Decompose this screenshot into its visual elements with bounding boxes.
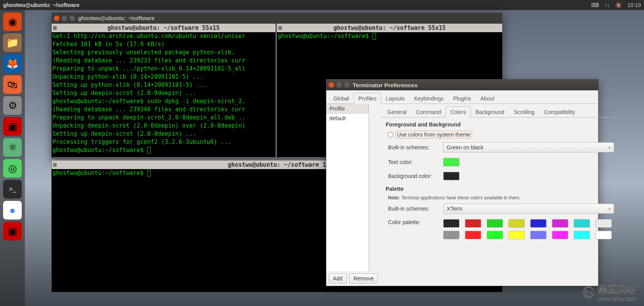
prefs-subtabbar: GeneralCommandColorsBackgroundScrollingC…: [380, 104, 620, 118]
launcher-settings[interactable]: ⚙: [3, 96, 22, 115]
palette-swatch-5[interactable]: [552, 219, 568, 228]
color-palette-label: Color palette:: [388, 219, 439, 225]
minimize-icon[interactable]: [62, 16, 67, 21]
subtab-compatibility[interactable]: Compatibility: [539, 106, 580, 118]
terminal-output: ghostwu@ubuntu:~/software$: [277, 32, 502, 40]
prefs-titlebar[interactable]: Terminator Preferences: [326, 80, 598, 90]
tab-profiles[interactable]: Profiles: [353, 93, 381, 104]
colors-form: Foreground and Background Use colors fro…: [380, 118, 620, 249]
builtin-scheme-select[interactable]: Green on black ▾: [443, 142, 614, 152]
palette-swatch-6[interactable]: [574, 219, 590, 228]
window-title: ghostwu@ubuntu: ~/software: [3, 2, 80, 8]
watermark: ☯ 黑区网络 www.heiqu.com: [582, 283, 636, 301]
subtab-scrolling[interactable]: Scrolling: [509, 106, 540, 118]
palette-swatch-11[interactable]: [508, 231, 525, 239]
preferences-dialog: Terminator Preferences GlobalProfilesLay…: [326, 79, 599, 286]
palette-note: Note: Terminal applications have these c…: [388, 195, 614, 201]
palette-swatch-10[interactable]: [487, 231, 503, 239]
pane-tab-top-left[interactable]: ⊞ ghostwu@ubuntu: ~/software 55x15: [52, 24, 275, 32]
launcher-terminator1[interactable]: ▣: [3, 117, 22, 136]
palette-swatch-9[interactable]: [465, 231, 481, 239]
palette-swatch-2[interactable]: [487, 219, 503, 228]
subtab-command[interactable]: Command: [411, 106, 446, 118]
builtin-label: Built-in schemes:: [388, 144, 439, 150]
split-icon: ⊞: [53, 161, 57, 168]
tab-global[interactable]: Global: [329, 93, 353, 104]
palette-heading: Palette: [386, 186, 614, 192]
subtab-colors[interactable]: Colors: [446, 106, 470, 118]
palette-swatch-3[interactable]: [508, 219, 525, 228]
pane-tab-top-right[interactable]: ⊞ ghostwu@ubuntu: ~/software 55x15: [277, 24, 502, 32]
bg-color-swatch[interactable]: [443, 172, 460, 180]
use-system-checkbox[interactable]: [388, 132, 393, 137]
subtab-background[interactable]: Background: [471, 106, 509, 118]
prefs-tabbar: GlobalProfilesLayoutsKeybindingsPluginsA…: [326, 90, 598, 104]
chevron-down-icon: ▾: [609, 207, 611, 211]
chevron-down-icon: ▾: [609, 145, 611, 150]
network-icon[interactable]: ↑↓: [604, 2, 610, 8]
launcher-terminator2[interactable]: ▣: [3, 222, 22, 240]
launcher-chrome[interactable]: ●: [3, 201, 22, 220]
terminal-pane-top-left[interactable]: ⊞ ghostwu@ubuntu: ~/software 55x15 Get:1…: [52, 24, 277, 159]
remove-button[interactable]: Remove: [349, 273, 378, 284]
subtab-general[interactable]: General: [383, 106, 411, 118]
use-system-label[interactable]: Use colors from system theme: [395, 131, 472, 138]
split-icon: ⊞: [278, 24, 282, 31]
profiles-header: Profile: [326, 104, 369, 114]
profile-buttons: Add Remove: [326, 271, 380, 286]
palette-swatch-4[interactable]: [530, 219, 547, 228]
launcher-software[interactable]: 🛍: [3, 75, 22, 94]
launcher-app-green[interactable]: ◎: [3, 159, 22, 178]
close-icon[interactable]: [54, 16, 59, 21]
text-color-label: Text color:: [388, 159, 439, 165]
profiles-list: Profile default: [326, 104, 369, 271]
launcher-dash[interactable]: ◉: [3, 12, 22, 31]
terminator-titlebar[interactable]: ghostwu@ubuntu: ~/software: [52, 13, 502, 24]
launcher-files[interactable]: 📁: [3, 33, 22, 52]
terminal-output: Get:1 http://cn.archive.ubuntu.com/ubunt…: [52, 32, 275, 154]
split-icon: ⊞: [53, 24, 57, 31]
text-color-swatch[interactable]: [443, 158, 460, 166]
minimize-icon[interactable]: [336, 82, 342, 88]
launcher: ◉📁🦊🛍⚙▣⚛◎>_●▣: [0, 10, 25, 306]
palette-swatch-14[interactable]: [574, 231, 590, 239]
tab-keybindings[interactable]: Keybindings: [409, 93, 448, 104]
tab-about[interactable]: About: [475, 93, 499, 104]
palette-swatch-7[interactable]: [595, 219, 612, 228]
palette-scheme-label: Built-in schemes:: [388, 206, 439, 212]
palette-swatch-13[interactable]: [552, 231, 568, 239]
tab-plugins[interactable]: Plugins: [448, 93, 475, 104]
clock[interactable]: 10:19: [627, 2, 641, 8]
fg-bg-heading: Foreground and Background: [386, 121, 614, 128]
desktop: ghostwu@ubuntu: ~/software ⊞ ghostwu@ubu…: [25, 10, 644, 306]
close-icon[interactable]: [329, 82, 334, 88]
profile-item-default[interactable]: default: [326, 114, 369, 123]
maximize-icon[interactable]: [344, 82, 350, 88]
menubar: ghostwu@ubuntu: ~/software ⌨ ↑↓ 🔇 10:19: [0, 0, 644, 10]
launcher-terminal[interactable]: >_: [3, 180, 22, 199]
tab-layouts[interactable]: Layouts: [381, 93, 409, 104]
palette-swatch-15[interactable]: [595, 231, 612, 239]
volume-icon[interactable]: 🔇: [615, 2, 622, 8]
bg-color-label: Background color:: [388, 173, 439, 179]
maximize-icon[interactable]: [70, 16, 75, 21]
palette-scheme-select[interactable]: XTerm ▾: [443, 204, 614, 214]
palette-swatch-8[interactable]: [443, 231, 460, 239]
terminator-title: ghostwu@ubuntu: ~/software: [78, 15, 155, 21]
palette-swatch-12[interactable]: [530, 231, 547, 239]
add-button[interactable]: Add: [329, 273, 347, 284]
prefs-title: Terminator Preferences: [353, 82, 418, 88]
color-palette: [443, 219, 614, 239]
palette-swatch-1[interactable]: [465, 219, 481, 228]
keyboard-icon[interactable]: ⌨: [591, 2, 599, 8]
palette-swatch-0[interactable]: [443, 219, 460, 228]
launcher-firefox[interactable]: 🦊: [3, 54, 22, 73]
launcher-atom[interactable]: ⚛: [3, 138, 22, 157]
